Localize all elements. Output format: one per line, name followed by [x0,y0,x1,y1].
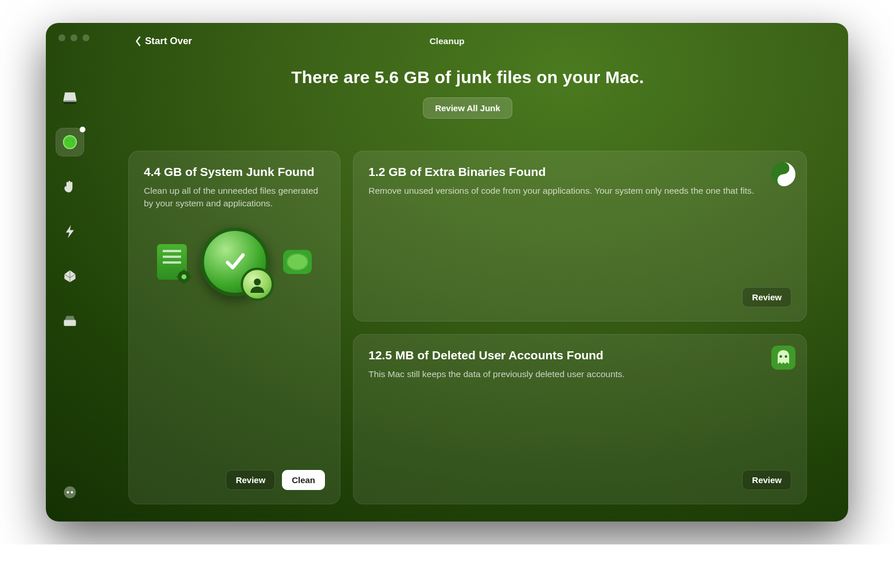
gear-icon [177,269,191,284]
card-desc: Remove unused versions of code from your… [368,185,791,197]
card-title: 4.4 GB of System Junk Found [144,165,325,179]
bolt-icon [62,224,78,240]
chevron-left-icon [135,36,142,46]
hero-headline: There are 5.6 GB of junk files on your M… [128,68,807,87]
assistant-icon [62,484,78,500]
review-all-label: Review All Junk [435,103,500,113]
sidebar-assistant[interactable] [56,478,84,507]
yin-yang-icon [771,162,796,187]
hero: There are 5.6 GB of junk files on your M… [128,68,807,119]
person-icon [249,276,266,293]
svg-point-15 [254,279,261,285]
sidebar [46,23,94,522]
window-title: Cleanup [429,36,464,46]
review-button[interactable]: Review [742,287,791,307]
back-button[interactable]: Start Over [135,36,192,47]
sidebar-item-applications[interactable] [56,262,84,291]
review-all-button[interactable]: Review All Junk [423,97,512,119]
svg-rect-13 [177,276,179,277]
top-bar: Start Over Cleanup [46,30,848,53]
svg-point-10 [182,275,187,280]
minimize-dot[interactable] [70,34,77,41]
card-desc: Clean up all of the unneeded files gener… [144,185,325,210]
sidebar-item-performance[interactable] [56,217,84,246]
card-desc: This Mac still keeps the data of previou… [368,368,791,381]
drive-icon [62,313,78,329]
svg-point-18 [779,355,782,357]
cleanup-icon [62,134,78,150]
svg-rect-5 [64,320,76,326]
svg-rect-11 [183,269,185,272]
card-system-junk: 4.4 GB of System Junk Found Clean up all… [128,151,340,504]
close-dot[interactable] [58,34,65,41]
review-label: Review [752,292,782,302]
svg-point-19 [785,355,787,357]
card-title: 1.2 GB of Extra Binaries Found [368,165,791,179]
back-label: Start Over [145,36,192,47]
card-title: 12.5 MB of Deleted User Accounts Found [368,348,791,362]
app-window: Start Over Cleanup [46,23,848,522]
sidebar-item-my-clutter[interactable] [56,307,84,335]
sidebar-item-protection[interactable] [56,173,84,201]
review-button[interactable]: Review [742,470,791,490]
system-junk-illustration [144,228,325,296]
svg-point-8 [70,491,73,493]
hand-icon [62,179,78,195]
window-controls [58,34,89,41]
sidebar-item-smart-care[interactable] [56,83,84,112]
review-button[interactable]: Review [226,470,275,490]
user-avatar-icon [241,268,274,301]
globe-chat-icon [283,250,312,274]
svg-rect-0 [64,100,76,104]
svg-point-4 [72,140,73,141]
clean-button[interactable]: Clean [282,470,325,490]
apps-icon [62,268,78,284]
card-deleted-users: 12.5 MB of Deleted User Accounts Found T… [353,334,807,505]
sidebar-item-cleanup[interactable] [56,128,84,156]
badge-dot [80,127,85,132]
svg-rect-14 [189,276,191,277]
disk-icon [62,89,78,105]
card-extra-binaries: 1.2 GB of Extra Binaries Found Remove un… [353,151,807,322]
review-label: Review [236,475,265,485]
clock-check-icon [201,228,269,296]
clean-label: Clean [292,475,315,485]
zoom-dot[interactable] [83,34,89,41]
svg-point-3 [66,140,68,141]
svg-point-6 [64,487,76,499]
svg-point-7 [66,491,69,493]
main-content: There are 5.6 GB of junk files on your M… [94,23,848,522]
ghost-icon [771,345,796,370]
svg-rect-12 [183,282,185,284]
review-label: Review [752,475,782,485]
cards-grid: 4.4 GB of System Junk Found Clean up all… [128,151,807,504]
document-gear-icon [157,244,187,280]
